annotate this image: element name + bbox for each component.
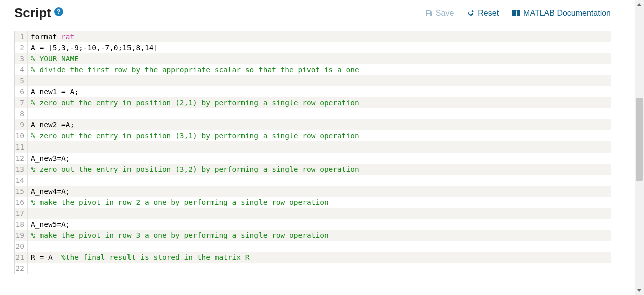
- code-line[interactable]: 16% make the pivot in row 2 a one by per…: [15, 197, 611, 208]
- line-number: 16: [15, 197, 28, 208]
- line-number: 15: [15, 186, 28, 197]
- line-number: 6: [15, 86, 28, 97]
- line-number: 13: [15, 164, 28, 175]
- line-number: 12: [15, 153, 28, 164]
- code-line[interactable]: 19% make the pivot in row 3 a one by per…: [15, 230, 611, 241]
- line-number: 19: [15, 230, 28, 241]
- code-text[interactable]: % zero out the entry in position (3,2) b…: [28, 164, 611, 175]
- main-content: Script ? Save Reset: [0, 0, 635, 295]
- help-icon[interactable]: ?: [54, 7, 63, 16]
- scroll-thumb[interactable]: [636, 98, 643, 181]
- code-line[interactable]: 15A_new4=A;: [15, 186, 611, 197]
- line-number: 3: [15, 53, 28, 64]
- code-text[interactable]: % zero out the entry in position (3,1) b…: [28, 130, 611, 141]
- code-text[interactable]: [28, 241, 611, 252]
- line-number: 17: [15, 208, 28, 219]
- code-text[interactable]: A_new4=A;: [28, 186, 611, 197]
- code-line[interactable]: 3% YOUR NAME: [15, 53, 611, 64]
- line-number: 18: [15, 219, 28, 230]
- code-line[interactable]: 7% zero out the entry in position (2,1) …: [15, 97, 611, 108]
- code-text[interactable]: [28, 108, 611, 119]
- header-bar: Script ? Save Reset: [14, 5, 621, 21]
- code-text[interactable]: format rat: [28, 31, 611, 42]
- code-line[interactable]: 20: [15, 241, 611, 252]
- line-number: 5: [15, 75, 28, 86]
- code-text[interactable]: % YOUR NAME: [28, 53, 611, 64]
- code-text[interactable]: [28, 141, 611, 153]
- line-number: 7: [15, 97, 28, 108]
- code-line[interactable]: 13% zero out the entry in position (3,2)…: [15, 164, 611, 175]
- save-icon: [425, 9, 433, 17]
- code-text[interactable]: A = [5,3,-9;-10,-7,0;15,8,14]: [28, 42, 611, 53]
- page-title: Script: [14, 5, 51, 21]
- line-number: 9: [15, 119, 28, 130]
- line-number: 22: [15, 263, 28, 274]
- title-wrap: Script ?: [14, 5, 63, 21]
- code-line[interactable]: 5: [15, 75, 611, 86]
- code-text[interactable]: A_new2 =A;: [28, 119, 611, 130]
- reset-icon: [467, 9, 475, 17]
- code-text[interactable]: % zero out the entry in position (2,1) b…: [28, 97, 611, 108]
- code-text[interactable]: [28, 175, 611, 186]
- line-number: 4: [15, 64, 28, 75]
- reset-label: Reset: [478, 9, 499, 18]
- code-line[interactable]: 18A_new5=A;: [15, 219, 611, 230]
- line-number: 1: [15, 31, 28, 42]
- code-line[interactable]: 22: [15, 263, 611, 274]
- code-line[interactable]: 1format rat: [15, 31, 611, 42]
- line-number: 2: [15, 42, 28, 53]
- code-line[interactable]: 11: [15, 141, 611, 153]
- code-text[interactable]: % make the pivot in row 3 a one by perfo…: [28, 230, 611, 241]
- docs-link[interactable]: MATLAB Documentation: [512, 9, 611, 18]
- code-line[interactable]: 8: [15, 108, 611, 119]
- code-text[interactable]: [28, 75, 611, 86]
- code-text[interactable]: [28, 263, 611, 274]
- book-icon: [512, 9, 520, 17]
- code-text[interactable]: % divide the first row by the appropriat…: [28, 64, 611, 75]
- line-number: 11: [15, 141, 28, 153]
- code-line[interactable]: 12A_new3=A;: [15, 153, 611, 164]
- code-text[interactable]: R = A %the final result is stored in the…: [28, 252, 611, 263]
- viewport: Script ? Save Reset: [0, 0, 644, 295]
- line-number: 14: [15, 175, 28, 186]
- save-label: Save: [436, 9, 454, 18]
- line-number: 10: [15, 130, 28, 141]
- code-line[interactable]: 17: [15, 208, 611, 219]
- code-text[interactable]: A_new3=A;: [28, 153, 611, 164]
- docs-label: MATLAB Documentation: [523, 9, 611, 18]
- code-editor[interactable]: 1format rat2A = [5,3,-9;-10,-7,0;15,8,14…: [14, 31, 611, 274]
- code-text[interactable]: A_new5=A;: [28, 219, 611, 230]
- scroll-up-arrow[interactable]: [635, 0, 644, 9]
- scroll-down-arrow[interactable]: [635, 286, 644, 295]
- header-actions: Save Reset MATLAB Documentation: [425, 9, 611, 18]
- line-number: 8: [15, 108, 28, 119]
- reset-button[interactable]: Reset: [467, 9, 499, 18]
- code-text[interactable]: A_new1 = A;: [28, 86, 611, 97]
- code-line[interactable]: 10% zero out the entry in position (3,1)…: [15, 130, 611, 141]
- code-text[interactable]: % make the pivot in row 2 a one by perfo…: [28, 197, 611, 208]
- code-line[interactable]: 2A = [5,3,-9;-10,-7,0;15,8,14]: [15, 42, 611, 53]
- code-line[interactable]: 14: [15, 175, 611, 186]
- line-number: 21: [15, 252, 28, 263]
- code-line[interactable]: 4% divide the first row by the appropria…: [15, 64, 611, 75]
- code-line[interactable]: 9A_new2 =A;: [15, 119, 611, 130]
- code-line[interactable]: 6A_new1 = A;: [15, 86, 611, 97]
- line-number: 20: [15, 241, 28, 252]
- save-button[interactable]: Save: [425, 9, 454, 18]
- code-text[interactable]: [28, 208, 611, 219]
- code-line[interactable]: 21R = A %the final result is stored in t…: [15, 252, 611, 263]
- vertical-scrollbar[interactable]: [635, 0, 644, 295]
